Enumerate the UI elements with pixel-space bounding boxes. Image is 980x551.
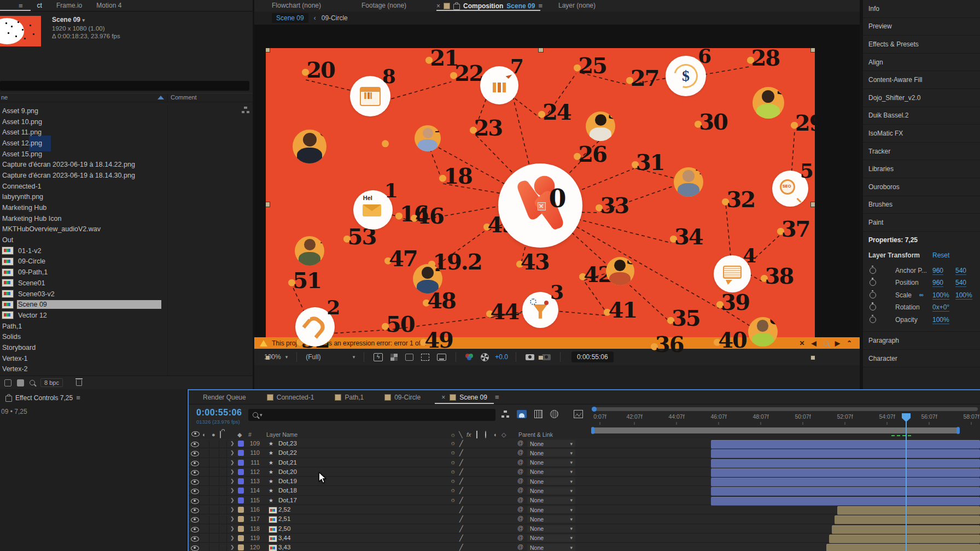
parent-select[interactable]: None▾ xyxy=(527,487,575,494)
quality-switch[interactable]: ╱ xyxy=(459,525,463,532)
eye-icon[interactable] xyxy=(191,536,199,542)
transform-value[interactable]: 540 xyxy=(955,279,966,287)
layer-name[interactable]: Dot,17 xyxy=(278,497,297,503)
layer-row[interactable]: ❯ 112 ★ Dot,20 ☼ ╱ @ None▾ xyxy=(189,467,980,477)
quality-switch[interactable]: ╱ xyxy=(459,468,463,476)
project-list-item[interactable]: Scene01 xyxy=(0,278,253,289)
project-list-item[interactable]: MKTHubOverview_audioV2.wav xyxy=(0,224,253,235)
timeline-search-input[interactable]: ▾ xyxy=(248,409,495,421)
layer-name[interactable]: Dot,20 xyxy=(278,468,297,475)
expander-icon[interactable]: ❯ xyxy=(230,516,235,521)
label-swatch[interactable] xyxy=(238,460,244,466)
collapsed-panel-tab[interactable]: Tracker xyxy=(863,143,980,161)
reveal-error-icon[interactable] xyxy=(823,341,829,346)
layer-name[interactable]: 2,52 xyxy=(278,506,290,513)
eye-icon[interactable] xyxy=(191,479,199,485)
selection-handle[interactable] xyxy=(266,202,270,207)
parent-pickwhip-icon[interactable]: @ xyxy=(517,543,523,550)
eye-icon[interactable] xyxy=(191,489,199,494)
quality-switch[interactable]: ╱ xyxy=(459,487,463,494)
project-list-item[interactable]: Connected-1 xyxy=(0,181,253,192)
collapsed-panel-tab[interactable]: Brushes xyxy=(863,196,980,214)
transform-value[interactable]: 0x+0° xyxy=(932,303,949,312)
label-swatch[interactable] xyxy=(238,469,244,475)
workspace-tab[interactable]: ct xyxy=(37,2,42,9)
flowchart-mini-icon[interactable] xyxy=(242,107,249,113)
project-list-item[interactable]: Vertex-2 xyxy=(0,364,253,375)
project-list-item[interactable]: Scene 09 xyxy=(0,299,253,310)
project-list-item[interactable]: 09-Path,1 xyxy=(0,267,253,278)
fx-column-icon[interactable]: fx xyxy=(466,431,471,438)
parent-link-column[interactable]: Parent & Link xyxy=(518,431,553,438)
label-swatch[interactable] xyxy=(238,507,244,513)
parent-select[interactable]: None▾ xyxy=(527,478,575,485)
quality-switch[interactable]: ╱ xyxy=(459,544,463,551)
label-swatch[interactable] xyxy=(238,497,244,503)
parent-select[interactable]: None▾ xyxy=(527,440,575,447)
timeline-ruler[interactable]: 0:07f 42:07f 44:07f 46:07f 48:07f 50:07f… xyxy=(591,405,980,438)
transform-value[interactable]: 100% xyxy=(955,291,972,300)
collapse-column-icon[interactable]: ☼ xyxy=(450,431,456,438)
expander-icon[interactable]: ❯ xyxy=(230,478,235,484)
icon-node[interactable]: 3 xyxy=(522,292,558,328)
panel-menu-icon[interactable]: ≡ xyxy=(76,394,80,402)
transform-value[interactable]: 100% xyxy=(932,291,949,300)
icon-node[interactable]: SEO 5 xyxy=(772,171,808,207)
project-list-item[interactable]: Asset 12.png xyxy=(0,138,253,149)
layer-row[interactable]: ❯ 114 ★ Dot,18 ☼ ╱ @ None▾ xyxy=(189,486,980,495)
workspace-tab[interactable]: Frame.io xyxy=(56,2,82,9)
quality-switch[interactable]: ╱ xyxy=(459,535,463,542)
parent-pickwhip-icon[interactable]: @ xyxy=(517,496,523,503)
layer-name[interactable]: 2,50 xyxy=(278,525,290,532)
layer-name[interactable]: Dot,18 xyxy=(278,487,297,494)
parent-select[interactable]: None▾ xyxy=(527,525,575,532)
transform-value[interactable]: 100% xyxy=(932,316,949,324)
selection-handle[interactable] xyxy=(266,355,270,360)
layer-duration-bar[interactable] xyxy=(711,497,980,506)
photo-node[interactable]: 5 xyxy=(586,112,615,141)
label-swatch[interactable] xyxy=(238,526,244,532)
collapsed-panel-tab[interactable]: Paragraph xyxy=(863,332,980,350)
layer-name[interactable]: Dot,21 xyxy=(278,459,297,466)
eye-icon[interactable] xyxy=(191,442,199,447)
column-comment[interactable]: Comment xyxy=(171,94,197,101)
center-logo-node[interactable]: 0 xyxy=(498,163,582,248)
expander-icon[interactable]: ❯ xyxy=(230,544,235,550)
eye-icon[interactable] xyxy=(191,508,199,513)
label-swatch[interactable] xyxy=(238,488,244,494)
timeline-tab[interactable]: 09-Circle xyxy=(383,391,422,403)
composition-canvas[interactable]: 20 21 22 23 xyxy=(266,48,815,360)
expander-icon[interactable]: ❯ xyxy=(230,488,235,493)
expander-icon[interactable]: ❯ xyxy=(230,535,235,541)
project-list-item[interactable]: Scene03-v2 xyxy=(0,289,253,300)
workspace-tab[interactable]: Motion 4 xyxy=(96,2,121,9)
collapsed-panel-tab[interactable]: Character xyxy=(863,350,980,368)
stopwatch-icon[interactable] xyxy=(870,304,876,310)
layer-duration-bar[interactable] xyxy=(711,487,980,496)
project-list-item[interactable]: Asset 15.png xyxy=(0,149,253,160)
layer-row[interactable]: ❯ 117 2,51 ╱ @ None▾ xyxy=(189,514,980,524)
photo-node[interactable]: 6 xyxy=(293,130,326,163)
collapse-switch[interactable]: ☼ xyxy=(450,439,456,446)
collapse-switch[interactable]: ☼ xyxy=(450,496,456,503)
eye-icon[interactable] xyxy=(191,461,199,466)
link-icon[interactable]: ∞ xyxy=(919,291,924,298)
parent-select[interactable]: None▾ xyxy=(527,468,575,476)
audio-column-icon[interactable]: ◖ xyxy=(202,431,206,438)
parent-select[interactable]: None▾ xyxy=(527,506,575,513)
graph-editor-icon[interactable] xyxy=(574,410,583,418)
eye-icon[interactable] xyxy=(191,527,199,532)
project-list-item[interactable]: Asset 9.png xyxy=(0,105,253,116)
stopwatch-icon[interactable] xyxy=(870,292,876,298)
layer-row[interactable]: ❯ 119 3,44 ╱ @ None▾ xyxy=(189,534,980,543)
collapse-switch[interactable]: ☼ xyxy=(450,468,456,474)
icon-node[interactable]: $ 6 xyxy=(666,56,706,96)
panel-menu-icon[interactable]: ≡ xyxy=(538,2,542,10)
selection-handle[interactable] xyxy=(538,48,544,52)
project-list-item[interactable]: Capture d'écran 2023-06-19 à 18.14.30.pn… xyxy=(0,170,253,181)
layer-duration-bar[interactable] xyxy=(711,478,980,486)
thumbnail-view-icon[interactable] xyxy=(4,379,11,386)
video-column-icon[interactable] xyxy=(191,431,200,437)
expander-icon[interactable]: ❯ xyxy=(230,526,235,531)
collapsed-panel-tab[interactable]: IsoMatic FX xyxy=(863,125,980,143)
